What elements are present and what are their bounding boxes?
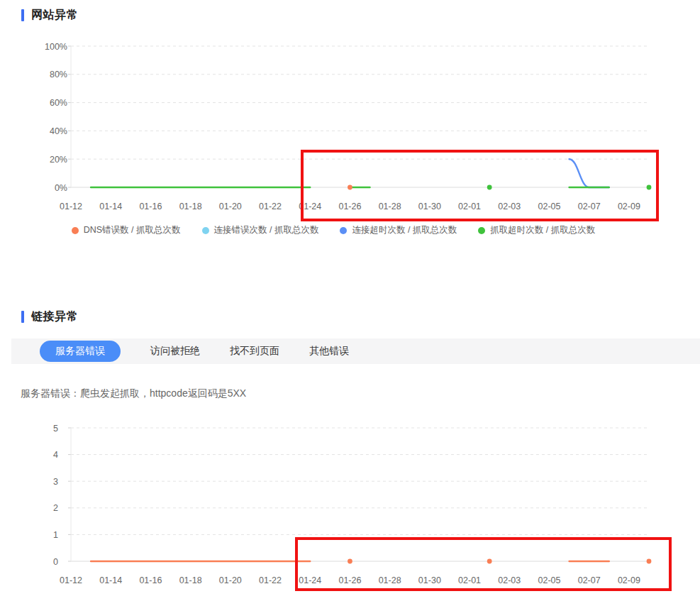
section-title-link: 链接异常 (31, 309, 78, 324)
y-tick-label: 4 (53, 450, 58, 460)
tab-access-denied[interactable]: 访问被拒绝 (150, 345, 200, 358)
legend-dot-icon (478, 227, 485, 234)
x-tick-label: 01-18 (179, 202, 202, 211)
x-tick-label: 01-22 (259, 202, 282, 211)
y-tick-label: 2 (53, 503, 58, 513)
section-header-link: 链接异常 (21, 309, 78, 324)
tab-page-not-found[interactable]: 找不到页面 (230, 345, 279, 358)
y-tick-label: 20% (50, 155, 67, 165)
website-chart-legend: DNS错误数 / 抓取总次数连接错误次数 / 抓取总次数连接超时次数 / 抓取总… (21, 224, 645, 236)
section-title-website: 网站异常 (31, 8, 78, 23)
y-tick-label: 1 (53, 530, 58, 540)
y-tick-label: 40% (50, 126, 67, 136)
y-tick-label: 0 (53, 557, 58, 567)
link-error-tabbar: 服务器错误访问被拒绝找不到页面其他错误 (11, 338, 700, 364)
y-tick-label: 60% (50, 98, 67, 108)
legend-label: 连接超时次数 / 抓取总次数 (352, 224, 457, 236)
tab-server-error[interactable]: 服务器错误 (40, 341, 121, 362)
annotation-rect-website (301, 150, 659, 221)
y-tick-label: 100% (45, 42, 67, 52)
legend-dot-icon (202, 227, 209, 234)
legend-label: DNS错误数 / 抓取总次数 (84, 224, 181, 236)
x-tick-label: 01-16 (139, 575, 162, 585)
y-tick-label: 3 (53, 477, 58, 487)
x-tick-label: 01-14 (99, 575, 122, 585)
section-accent-bar (21, 9, 24, 21)
section-accent-bar (21, 311, 24, 323)
section-header-website: 网站异常 (21, 8, 78, 23)
tab-other-error[interactable]: 其他错误 (309, 345, 349, 358)
legend-dot-icon (72, 227, 79, 234)
x-tick-label: 01-12 (60, 202, 82, 211)
y-tick-label: 0% (55, 183, 67, 193)
y-tick-label: 5 (53, 424, 58, 434)
x-tick-label: 01-12 (60, 575, 82, 585)
annotation-rect-link (295, 537, 672, 591)
legend-label: 连接错误次数 / 抓取总次数 (214, 224, 319, 236)
y-tick-label: 80% (50, 70, 67, 79)
x-tick-label: 01-18 (179, 575, 202, 585)
x-tick-label: 01-20 (219, 202, 242, 211)
server-error-description: 服务器错误：爬虫发起抓取，httpcode返回码是5XX (21, 387, 246, 400)
x-tick-label: 01-20 (219, 575, 242, 585)
legend-label: 抓取超时次数 / 抓取总次数 (490, 224, 595, 236)
legend-item[interactable]: 连接超时次数 / 抓取总次数 (340, 224, 457, 236)
x-tick-label: 01-14 (99, 202, 122, 211)
legend-item[interactable]: DNS错误数 / 抓取总次数 (72, 224, 181, 236)
legend-item[interactable]: 连接错误次数 / 抓取总次数 (202, 224, 319, 236)
x-tick-label: 01-16 (139, 202, 162, 211)
legend-dot-icon (340, 227, 347, 234)
x-tick-label: 01-22 (259, 575, 282, 585)
legend-item[interactable]: 抓取超时次数 / 抓取总次数 (478, 224, 595, 236)
